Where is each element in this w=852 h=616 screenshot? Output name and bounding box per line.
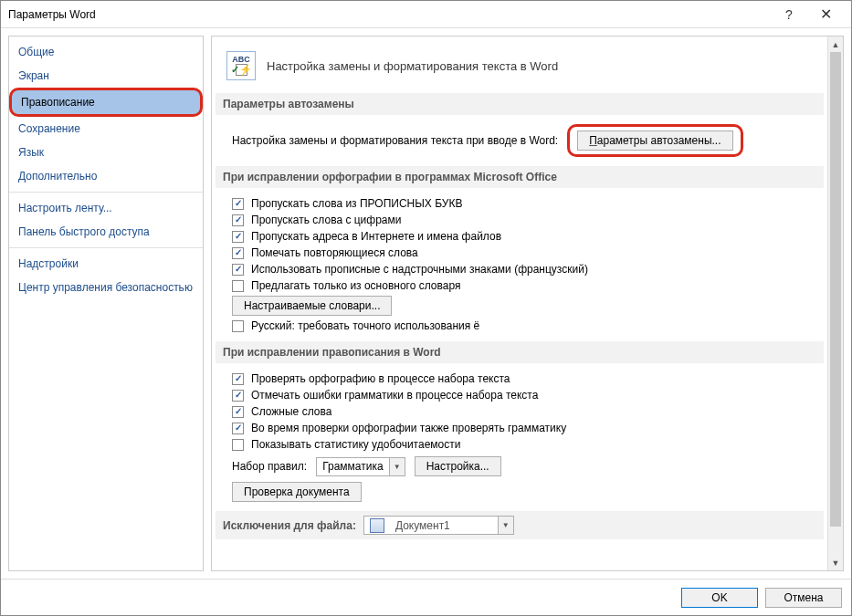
- autocorrect-options-button[interactable]: Параметры автозамены...: [577, 131, 732, 151]
- close-button[interactable]: ✕: [807, 2, 844, 27]
- section-office-spelling: При исправлении орфографии в программах …: [216, 166, 824, 188]
- label-ignore-urls: Пропускать адреса в Интернете и имена фа…: [251, 230, 501, 243]
- sidebar-item-customize-ribbon[interactable]: Настроить ленту...: [9, 196, 203, 220]
- proofing-icon: ABC✓⚡: [226, 51, 256, 80]
- titlebar: Параметры Word ? ✕: [1, 1, 851, 28]
- checkbox-ignore-numbers[interactable]: [232, 214, 244, 226]
- exceptions-file-value: Документ1: [390, 519, 456, 532]
- sidebar-item-proofing[interactable]: Правописание: [9, 88, 203, 117]
- help-button[interactable]: ?: [771, 2, 807, 27]
- checkbox-compound-words[interactable]: [232, 406, 244, 418]
- checkbox-mark-grammar[interactable]: [232, 390, 244, 402]
- checkbox-ignore-urls[interactable]: [232, 231, 244, 243]
- dialog-body: Общие Экран Правописание Сохранение Язык…: [1, 28, 851, 579]
- label-russian-yo: Русский: требовать точного использования…: [251, 319, 479, 332]
- label-flag-repeated: Помечать повторяющиеся слова: [251, 246, 418, 259]
- autocorrect-row: Настройка замены и форматирования текста…: [232, 124, 816, 157]
- scroll-down-icon[interactable]: ▼: [828, 555, 843, 570]
- checkbox-check-spelling-typing[interactable]: [232, 373, 244, 385]
- sidebar-separator: [9, 247, 203, 248]
- section-autocorrect-options: Параметры автозамены: [216, 93, 824, 115]
- label-ignore-numbers: Пропускать слова с цифрами: [251, 214, 401, 226]
- ruleset-label: Набор правил:: [232, 460, 307, 473]
- checkbox-flag-repeated[interactable]: [232, 247, 244, 259]
- scroll-thumb[interactable]: [830, 52, 841, 527]
- exceptions-label: Исключения для файла:: [223, 519, 356, 532]
- label-ignore-uppercase: Пропускать слова из ПРОПИСНЫХ БУКВ: [251, 197, 462, 210]
- vertical-scrollbar[interactable]: ▲ ▼: [827, 37, 843, 570]
- checkbox-french-accents[interactable]: [232, 264, 244, 276]
- exceptions-file-select[interactable]: Документ1 ▼: [363, 516, 514, 535]
- sidebar-item-language[interactable]: Язык: [9, 141, 203, 164]
- custom-dictionaries-button[interactable]: Настраиваемые словари...: [232, 296, 392, 316]
- sidebar: Общие Экран Правописание Сохранение Язык…: [8, 36, 204, 571]
- label-grammar-with-spelling: Во время проверки орфографии также прове…: [251, 422, 566, 434]
- label-compound-words: Сложные слова: [251, 405, 331, 418]
- scroll-up-icon[interactable]: ▲: [828, 37, 843, 52]
- label-check-spelling-typing: Проверять орфографию в процессе набора т…: [251, 372, 510, 385]
- checkbox-main-dict-only[interactable]: [232, 280, 244, 292]
- checkbox-ignore-uppercase[interactable]: [232, 198, 244, 210]
- checkbox-readability-stats[interactable]: [232, 439, 244, 451]
- ok-button[interactable]: OK: [681, 588, 758, 608]
- window-title: Параметры Word: [8, 8, 771, 21]
- sidebar-item-save[interactable]: Сохранение: [9, 117, 203, 141]
- ruleset-value: Грамматика: [317, 460, 388, 473]
- page-title: Настройка замены и форматирования текста…: [267, 59, 558, 73]
- check-document-button[interactable]: Проверка документа: [232, 482, 362, 502]
- label-french-accents: Использовать прописные с надстрочными зн…: [251, 263, 588, 276]
- chevron-down-icon: ▼: [498, 517, 513, 534]
- label-main-dict-only: Предлагать только из основного словаря: [251, 279, 460, 292]
- document-icon: [370, 518, 384, 533]
- grammar-settings-button[interactable]: Настройка...: [415, 456, 501, 476]
- ruleset-select[interactable]: Грамматика ▼: [316, 457, 405, 476]
- section-exceptions: Исключения для файла: Документ1 ▼: [216, 511, 824, 539]
- page-header: ABC✓⚡ Настройка замены и форматирования …: [226, 51, 816, 80]
- sidebar-item-display[interactable]: Экран: [9, 64, 203, 88]
- sidebar-item-addins[interactable]: Надстройки: [9, 252, 203, 276]
- checkbox-grammar-with-spelling[interactable]: [232, 423, 244, 434]
- sidebar-item-trust-center[interactable]: Центр управления безопасностью: [9, 276, 203, 299]
- sidebar-item-advanced[interactable]: Дополнительно: [9, 164, 203, 188]
- sidebar-separator: [9, 192, 203, 193]
- content-wrap: ABC✓⚡ Настройка замены и форматирования …: [211, 36, 844, 571]
- dialog-footer: OK Отмена: [1, 579, 851, 615]
- label-mark-grammar: Отмечать ошибки грамматики в процессе на…: [251, 389, 538, 402]
- chevron-down-icon: ▼: [389, 458, 405, 475]
- cancel-button[interactable]: Отмена: [765, 588, 842, 608]
- section-word-proofing: При исправлении правописания в Word: [216, 341, 824, 363]
- autocorrect-desc: Настройка замены и форматирования текста…: [232, 134, 558, 147]
- sidebar-item-quick-access[interactable]: Панель быстрого доступа: [9, 220, 203, 244]
- word-options-dialog: Параметры Word ? ✕ Общие Экран Правописа…: [0, 0, 852, 616]
- sidebar-item-general[interactable]: Общие: [9, 40, 203, 64]
- content: ABC✓⚡ Настройка замены и форматирования …: [212, 37, 827, 570]
- checkbox-russian-yo[interactable]: [232, 320, 244, 332]
- label-readability-stats: Показывать статистику удобочитаемости: [251, 438, 460, 451]
